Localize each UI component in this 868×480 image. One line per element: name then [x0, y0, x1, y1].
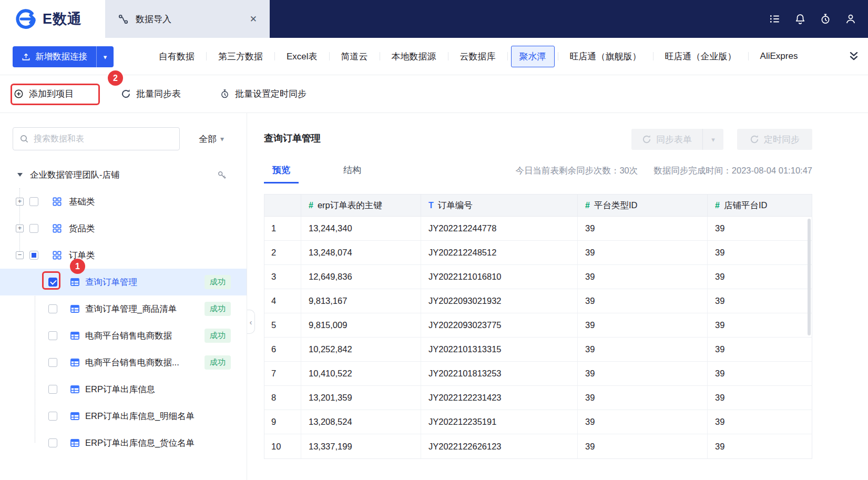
batch-sync-tables-button[interactable]: 批量同步表 [121, 75, 181, 113]
source-tab-9[interactable]: 旺店通（企业版） [657, 46, 745, 67]
collapse-icon[interactable]: − [16, 251, 24, 259]
table-icon [70, 358, 80, 367]
table-row-5[interactable]: 59,815,009JY20220930237753939 [264, 313, 812, 338]
table-cell: 13,248,074 [301, 241, 421, 264]
add-data-connection-button[interactable]: 新增数据连接 ▾ [13, 46, 114, 67]
table-row-4[interactable]: 49,813,167JY20220930219323939 [264, 289, 812, 313]
source-tab-7[interactable]: 聚水潭 [511, 46, 555, 67]
tree-table-5[interactable]: ERP订单出库信息 [0, 376, 247, 403]
permission-key-icon[interactable] [217, 170, 227, 180]
expand-icon[interactable]: + [16, 198, 24, 206]
table-cell: 39 [708, 434, 812, 458]
source-tab-6[interactable]: 云数据库 [452, 46, 504, 67]
column-header-2[interactable]: T订单编号 [421, 195, 578, 216]
table-checkbox[interactable] [48, 278, 57, 287]
sync-form-dropdown[interactable]: ▾ [702, 129, 723, 150]
table-checkbox[interactable] [48, 304, 57, 313]
scope-filter[interactable]: 全部 ▾ [199, 127, 224, 150]
tree-table-1[interactable]: 查询订单管理成功 [0, 269, 247, 295]
table-cell: JY2022122626123 [421, 434, 578, 458]
search-box[interactable] [13, 127, 180, 150]
column-header-3[interactable]: #平台类型ID [578, 195, 708, 216]
table-icon [70, 438, 80, 448]
search-input[interactable] [34, 134, 173, 144]
source-tab-2[interactable]: 第三方数据 [210, 46, 271, 67]
table-checkbox[interactable] [48, 331, 57, 340]
table-cell: 39 [578, 289, 708, 313]
column-header-1[interactable]: #erp订单表的主键 [301, 195, 421, 216]
source-tab-1[interactable]: 自有数据 [150, 46, 203, 67]
tree-group-3[interactable]: −订单类 [0, 242, 247, 269]
table-row-8[interactable]: 813,201,359JY20221222314233939 [264, 386, 812, 410]
table-cell: JY2022093021932 [421, 289, 578, 313]
tab-separator [558, 52, 558, 60]
source-tab-5[interactable]: 本地数据源 [383, 46, 445, 67]
more-sources-button[interactable] [847, 50, 860, 63]
table-checkbox[interactable] [48, 412, 57, 421]
stopwatch-icon[interactable] [820, 13, 831, 25]
tree-table-6[interactable]: ERP订单出库信息_明细名单 [0, 403, 247, 430]
group-checkbox[interactable] [29, 251, 38, 260]
add-data-connection-main[interactable]: 新增数据连接 [13, 46, 96, 67]
table-row-3[interactable]: 312,649,836JY20221210168103939 [264, 265, 812, 289]
sync-form-button[interactable]: 同步表单 ▾ [631, 129, 723, 150]
row-number-cell: 9 [264, 410, 301, 434]
source-tab-8[interactable]: 旺店通（旗舰版） [561, 46, 650, 67]
table-row-6[interactable]: 610,252,842JY20221013133153939 [264, 338, 812, 362]
source-tab-10[interactable]: AliExpres [752, 46, 806, 66]
table-row-7[interactable]: 710,410,522JY20221018132533939 [264, 362, 812, 386]
task-list-icon[interactable] [769, 13, 781, 25]
table-cell: 13,337,199 [301, 434, 421, 458]
column-label: 订单编号 [438, 200, 473, 211]
add-to-project-button[interactable]: 添加到项目 [14, 75, 74, 113]
table-scrollbar[interactable] [808, 219, 811, 335]
tab-data-import[interactable]: 数据导入 ✕ [105, 0, 270, 38]
caret-down-icon: ▾ [104, 53, 107, 61]
search-icon [19, 134, 29, 144]
tree-root[interactable]: 企业数据管理团队-店铺 [0, 161, 247, 188]
row-number-cell: 7 [264, 362, 301, 385]
source-tab-4[interactable]: 简道云 [333, 46, 376, 67]
table-checkbox[interactable] [48, 385, 57, 394]
row-number-cell: 1 [264, 217, 301, 240]
table-cell: JY2022101813253 [421, 362, 578, 385]
user-icon[interactable] [845, 13, 856, 25]
tree-group-2[interactable]: +货品类 [0, 215, 247, 242]
logo-icon [15, 8, 37, 30]
tree-table-2[interactable]: 查询订单管理_商品清单成功 [0, 295, 247, 322]
tree-table-4[interactable]: 电商平台销售电商数据...成功 [0, 349, 247, 376]
tab-structure[interactable]: 结构 [335, 158, 370, 183]
group-checkbox[interactable] [29, 197, 38, 206]
table-header-row: #erp订单表的主键T订单编号#平台类型ID#店铺平台ID [264, 195, 812, 217]
sync-form-button-main[interactable]: 同步表单 [631, 129, 702, 150]
tree-table-3[interactable]: 电商平台销售电商数据成功 [0, 322, 247, 349]
tree-table-7[interactable]: ERP订单出库信息_货位名单 [0, 430, 247, 456]
table-row-2[interactable]: 213,248,074JY2022122485123939 [264, 241, 812, 265]
table-checkbox[interactable] [48, 358, 57, 367]
toolbar: 新增数据连接 ▾ 自有数据第三方数据Excel表简道云本地数据源云数据库聚水潭旺… [0, 38, 868, 75]
column-type-icon: # [585, 201, 590, 210]
add-data-connection-label: 新增数据连接 [35, 51, 87, 63]
caret-down-icon: ▾ [220, 135, 224, 143]
add-connection-dropdown[interactable]: ▾ [96, 46, 114, 67]
app-logo[interactable]: E数通 [0, 0, 105, 38]
close-icon[interactable]: ✕ [250, 15, 257, 24]
table-row-9[interactable]: 913,208,524JY2022122351913939 [264, 410, 812, 434]
table-cell: JY2022121016810 [421, 265, 578, 289]
table-checkbox[interactable] [48, 438, 57, 447]
batch-schedule-sync-button[interactable]: 批量设置定时同步 [220, 75, 307, 113]
sidebar-collapse-handle[interactable]: ‹ [247, 310, 255, 334]
column-type-icon: T [428, 201, 434, 210]
table-row-10[interactable]: 1013,337,199JY20221226261233939 [264, 434, 812, 458]
bell-icon[interactable] [794, 13, 806, 25]
expand-icon[interactable]: + [16, 224, 24, 232]
group-checkbox[interactable] [29, 224, 38, 233]
tab-preview[interactable]: 预览 [264, 158, 299, 183]
tree-group-1[interactable]: +基础类 [0, 188, 247, 215]
table-row-1[interactable]: 113,244,340JY2022122447783939 [264, 217, 812, 241]
timed-sync-label: 定时同步 [764, 134, 800, 146]
column-header-4[interactable]: #店铺平台ID [708, 195, 812, 216]
table-label: 电商平台销售电商数据... [85, 357, 179, 369]
source-tab-3[interactable]: Excel表 [278, 46, 326, 67]
timed-sync-button[interactable]: 定时同步 [737, 129, 812, 150]
